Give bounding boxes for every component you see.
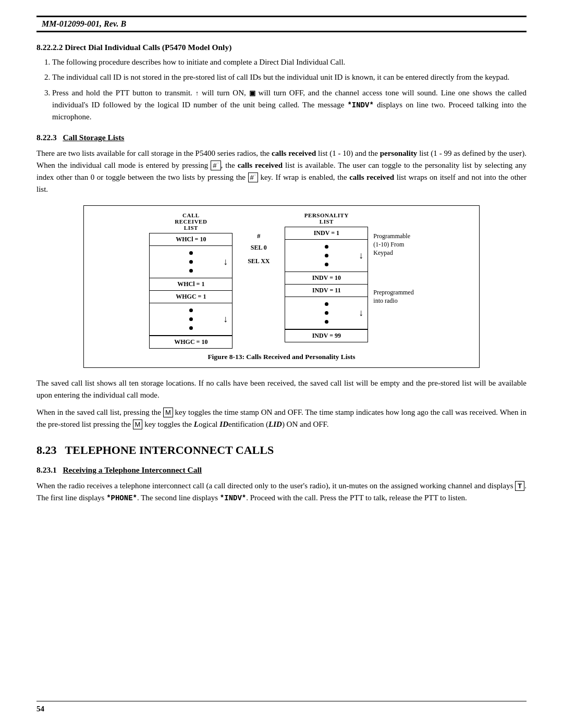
section-8-22-3-title: Call Storage Lists xyxy=(63,133,124,142)
selxx-label: SEL XX xyxy=(248,257,270,265)
section-8-22-2-2-heading: 8.22.2.2 Direct Dial Individual Calls (P… xyxy=(36,43,527,52)
cr-row-3: WHGC = 1 xyxy=(150,291,232,303)
section-8-22-3-para2: The saved call list shows all ten storag… xyxy=(36,377,527,402)
cr-row-1: WHCl = 10 xyxy=(150,233,232,246)
pl-row-4: INDV = 99 xyxy=(285,329,368,342)
header-bar: MM-012099-001, Rev. B xyxy=(36,16,527,32)
call-received-list: CALLRECEIVEDLIST WHCl = 10 xyxy=(149,212,232,349)
call-received-header: CALLRECEIVEDLIST xyxy=(175,212,207,231)
side-label-preprogrammed: Preprogrammedinto radio xyxy=(373,288,413,305)
side-labels: Programmable(1-10) FromKeypad Preprogram… xyxy=(368,212,413,320)
section-8-23-number: 8.23 xyxy=(36,443,65,456)
list-item-1: The following procedure describes how to… xyxy=(52,56,527,68)
section-8-22-3-para3: When in the saved call list, pressing th… xyxy=(36,406,527,431)
call-received-box: WHCl = 10 ↓ WHCl = 1 xyxy=(149,233,232,349)
personality-box: INDV = 1 ↓ INDV = 10 IN xyxy=(285,227,368,342)
list-item-3: Press and hold the PTT button to transmi… xyxy=(52,87,527,124)
header-title: MM-012099-001, Rev. B xyxy=(42,19,126,29)
figure-8-13: CALLRECEIVEDLIST WHCl = 10 xyxy=(83,205,480,368)
page-footer: 54 xyxy=(36,701,527,713)
section-8-23-1-heading-container: 8.23.1 Receiving a Telephone Interconnec… xyxy=(36,465,527,475)
page-number: 54 xyxy=(36,705,44,713)
personality-list: PERSONALITYLIST INDV = 1 ↓ xyxy=(285,212,368,342)
pl-row-3: INDV = 11 xyxy=(285,285,368,297)
section-8-23-1-title: Receiving a Telephone Interconnect Call xyxy=(63,465,202,474)
section-8-22-3: 8.22.3 Call Storage Lists xyxy=(36,133,527,142)
pl-row-1: INDV = 1 xyxy=(285,227,368,240)
center-controls: # SEL 0 SEL XX xyxy=(232,232,285,267)
hash-label: # xyxy=(257,232,261,240)
section-8-22-3-para1: There are two lists available for call s… xyxy=(36,147,527,196)
sel0-label: SEL 0 xyxy=(251,244,267,252)
page: MM-012099-001, Rev. B 8.22.2.2 Direct Di… xyxy=(0,0,563,728)
section-8-23-1-number: 8.23.1 xyxy=(36,465,63,474)
section-8-23-1-para: When the radio receives a telephone inte… xyxy=(36,480,527,504)
figure-inner: CALLRECEIVEDLIST WHCl = 10 xyxy=(93,212,470,349)
section-8-22-3-number: 8.22.3 xyxy=(36,133,63,142)
cr-dots-1: ↓ xyxy=(150,246,232,278)
list-item-2: The individual call ID is not stored in … xyxy=(52,71,527,83)
section-8-22-2-2-list: The following procedure describes how to… xyxy=(52,56,527,124)
pl-row-2: INDV = 10 xyxy=(285,272,368,285)
section-8-23-heading-container: 8.23 TELEPHONE INTERCONNECT CALLS xyxy=(36,443,527,457)
cr-dots-2: ↓ xyxy=(150,303,232,336)
figure-caption: Figure 8-13: Calls Received and Personal… xyxy=(93,353,470,361)
cr-row-2: WHCl = 1 xyxy=(150,278,232,291)
pl-dots-1: ↓ xyxy=(285,240,368,272)
pl-dots-2: ↓ xyxy=(285,297,368,329)
personality-header: PERSONALITYLIST xyxy=(304,212,349,225)
side-label-programmable: Programmable(1-10) FromKeypad xyxy=(373,232,413,257)
cr-row-4: WHGC = 10 xyxy=(150,336,232,348)
section-8-23-title: TELEPHONE INTERCONNECT CALLS xyxy=(65,443,274,456)
